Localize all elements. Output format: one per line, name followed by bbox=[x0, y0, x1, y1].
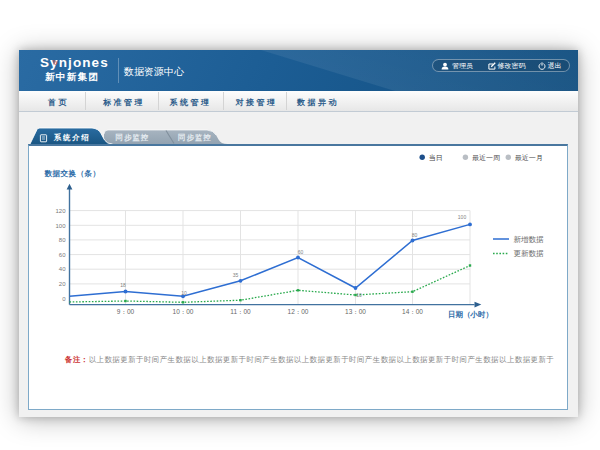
svg-text:60: 60 bbox=[59, 252, 66, 258]
svg-text:80: 80 bbox=[412, 232, 418, 238]
svg-text:60: 60 bbox=[298, 249, 304, 255]
svg-text:12：00: 12：00 bbox=[288, 308, 309, 315]
svg-text:更新数据: 更新数据 bbox=[514, 249, 545, 258]
svg-text:100: 100 bbox=[458, 214, 467, 220]
svg-text:14：00: 14：00 bbox=[402, 308, 423, 315]
svg-text:数据交换（条）: 数据交换（条） bbox=[44, 169, 101, 178]
svg-text:11：00: 11：00 bbox=[230, 308, 251, 315]
svg-text:9：00: 9：00 bbox=[117, 308, 135, 315]
svg-text:35: 35 bbox=[233, 272, 239, 278]
svg-text:新增数据: 新增数据 bbox=[514, 235, 545, 244]
svg-text:18: 18 bbox=[120, 282, 126, 288]
svg-text:10: 10 bbox=[356, 292, 362, 298]
svg-text:当日: 当日 bbox=[429, 154, 443, 162]
svg-text:10：00: 10：00 bbox=[173, 308, 194, 315]
svg-text:最近一周: 最近一周 bbox=[472, 154, 500, 161]
svg-text:13：00: 13：00 bbox=[345, 308, 366, 315]
svg-text:最近一月: 最近一月 bbox=[515, 154, 543, 162]
svg-text:日期（小时）: 日期（小时） bbox=[448, 310, 493, 319]
svg-text:80: 80 bbox=[59, 237, 66, 243]
svg-text:20: 20 bbox=[59, 281, 66, 287]
svg-text:120: 120 bbox=[55, 208, 66, 214]
svg-text:0: 0 bbox=[62, 296, 66, 302]
svg-text:100: 100 bbox=[55, 223, 66, 229]
svg-text:10: 10 bbox=[181, 290, 187, 296]
svg-text:40: 40 bbox=[59, 266, 66, 272]
